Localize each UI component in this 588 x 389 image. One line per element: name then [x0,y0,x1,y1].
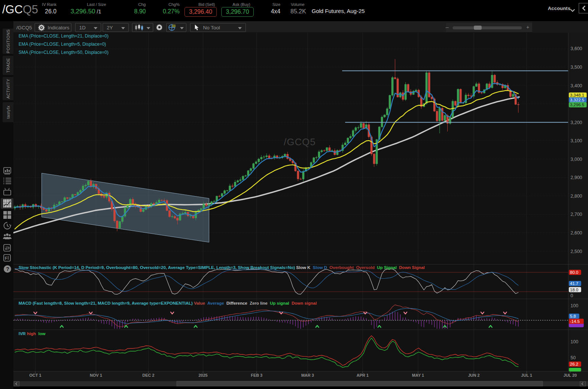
svg-text:2025: 2025 [199,373,208,377]
svg-text:3,000: 3,000 [571,157,582,162]
svg-text:3,600: 3,600 [571,46,582,51]
svg-text:2,900: 2,900 [571,175,582,180]
svg-text:JUN 2: JUN 2 [468,373,479,377]
svg-text:JUL 20: JUL 20 [563,373,577,377]
svg-text:18.0: 18.0 [570,288,578,292]
svg-text:3,100: 3,100 [571,138,582,143]
svg-text:26.2: 26.2 [570,362,578,366]
svg-text:3,296.5: 3,296.5 [570,103,584,107]
svg-text:2,800: 2,800 [571,194,582,199]
svg-text:FEB 3: FEB 3 [251,373,262,377]
svg-text:50: 50 [571,355,576,360]
svg-text:DEC 2: DEC 2 [142,373,154,377]
svg-text:3,400: 3,400 [571,83,582,88]
svg-text:OCT 1: OCT 1 [29,373,41,377]
svg-text:?: ? [6,266,9,272]
svg-text:F: F [5,256,7,260]
svg-text:2,600: 2,600 [571,230,582,236]
svg-text:41.7: 41.7 [570,281,578,286]
svg-text:NOV 1: NOV 1 [90,373,102,377]
svg-text:3,200: 3,200 [571,120,582,125]
svg-text:2,700: 2,700 [571,212,582,217]
svg-text:MAY 1: MAY 1 [412,373,424,377]
svg-text:5.8: 5.8 [570,314,576,318]
svg-text:100: 100 [571,303,578,308]
svg-text:-14.5: -14.5 [570,319,580,324]
svg-text:/GCQ5: /GCQ5 [284,136,316,148]
svg-text:3,348.1: 3,348.1 [570,93,584,97]
svg-text:APR 1: APR 1 [357,373,369,377]
svg-text:0: 0 [571,293,573,298]
svg-text:3,500: 3,500 [571,65,582,70]
svg-text:MAR 3: MAR 3 [301,373,314,377]
svg-text:100: 100 [571,339,578,344]
svg-text:3,322.5: 3,322.5 [570,98,584,102]
svg-text:80.0: 80.0 [570,270,578,275]
svg-text:2,500: 2,500 [571,249,582,254]
svg-text:JUL 1: JUL 1 [521,373,532,377]
